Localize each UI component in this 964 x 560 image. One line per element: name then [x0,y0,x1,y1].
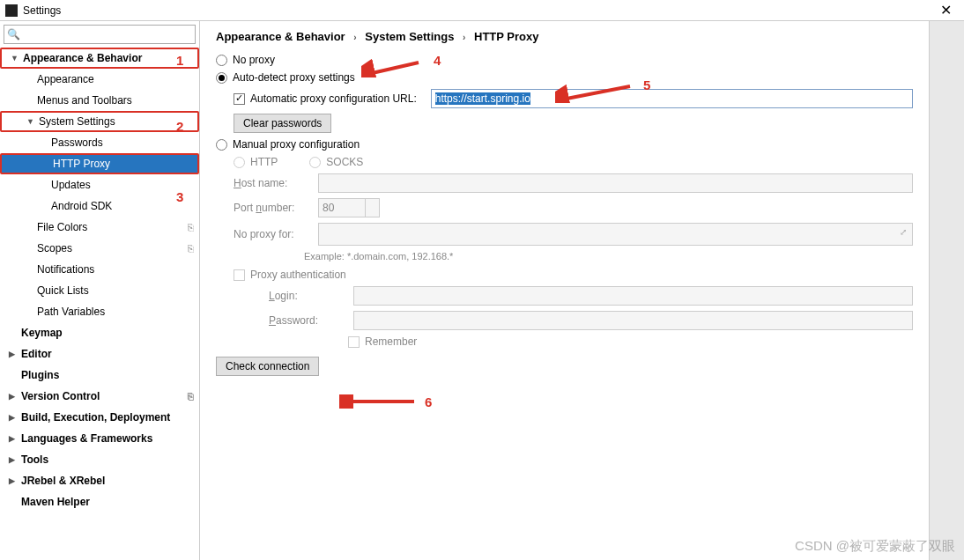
login-label: Login: [269,290,348,302]
sidebar-item-label: Android SDK [51,200,112,212]
auto-detect-label: Auto-detect proxy settings [233,71,355,84]
password-input [353,311,913,330]
breadcrumb-item: System Settings [365,30,454,43]
remember-checkbox [348,336,360,348]
sidebar-item-appearance[interactable]: Appearance [0,69,199,90]
sidebar-item-keymap[interactable]: Keymap [0,322,199,343]
sidebar-item-label: Version Control [21,390,100,402]
title-bar: Settings ✕ [0,0,964,21]
sidebar-item-label: Quick Lists [37,284,89,297]
sidebar-item-plugins[interactable]: Plugins [0,365,199,386]
no-proxy-label: No proxy [233,54,275,66]
arrow-4-icon [361,58,423,77]
sidebar-item-notifications[interactable]: Notifications [0,259,199,280]
chevron-right-icon: ▶ [9,434,18,443]
password-label: Password: [269,314,348,327]
sidebar-item-maven-helper[interactable]: Maven Helper [0,491,199,512]
sidebar-item-label: Notifications [37,263,94,276]
window-title: Settings [23,4,61,17]
chevron-right-icon: › [353,33,356,42]
arrow-5-icon [555,84,634,103]
sidebar-item-languages-frameworks[interactable]: ▶Languages & Frameworks [0,428,199,449]
sidebar-item-label: Passwords [51,136,103,149]
sidebar-item-system-settings[interactable]: ▼System Settings [0,111,199,132]
search-icon: 🔍 [7,28,20,41]
port-value: 80 [323,202,334,214]
port-label: Port number: [234,202,313,214]
breadcrumb-item: HTTP Proxy [474,30,538,43]
annotation-4: 4 [434,53,441,68]
sidebar-item-label: HTTP Proxy [53,158,110,170]
copy-icon: ⎘ [188,222,194,232]
sidebar-item-quick-lists[interactable]: Quick Lists [0,280,199,301]
manual-proxy-radio[interactable] [216,139,227,151]
http-label: HTTP [250,156,278,168]
noproxy-label: No proxy for: [234,228,313,240]
check-connection-button[interactable]: Check connection [216,357,319,376]
annotation-3: 3 [176,189,183,204]
sidebar-item-version-control[interactable]: ▶Version Control⎘ [0,386,199,407]
breadcrumb: Appearance & Behavior › System Settings … [216,30,913,43]
auto-url-input[interactable]: https://start.spring.io [431,89,913,108]
auto-detect-radio[interactable] [216,72,227,84]
sidebar-item-scopes[interactable]: Scopes⎘ [0,238,199,259]
noproxy-input: ⤢ [318,223,913,246]
auto-url-label: Automatic proxy configuration URL: [250,92,417,105]
sidebar-item-label: Appearance & Behavior [23,52,142,64]
sidebar-item-label: Plugins [21,369,59,381]
no-proxy-radio[interactable] [216,55,227,66]
sidebar-item-path-variables[interactable]: Path Variables [0,301,199,322]
sidebar-item-menus-and-toolbars[interactable]: Menus and Toolbars [0,90,199,111]
socks-radio [309,157,321,168]
sidebar-item-label: Keymap [21,327,63,339]
sidebar-item-label: JRebel & XRebel [21,475,105,487]
chevron-right-icon: ▶ [9,413,18,422]
sidebar-item-updates[interactable]: Updates [0,174,199,195]
sidebar-item-tools[interactable]: ▶Tools [0,449,199,470]
sidebar-item-build-execution-deployment[interactable]: ▶Build, Execution, Deployment [0,407,199,428]
app-logo-icon [5,4,18,17]
right-strip [929,21,964,560]
sidebar-item-label: Editor [21,348,52,360]
sidebar-item-editor[interactable]: ▶Editor [0,343,199,365]
auto-url-value: https://start.spring.io [435,92,530,105]
breadcrumb-item: Appearance & Behavior [216,30,345,43]
arrow-6-icon [339,394,419,409]
chevron-right-icon: › [463,33,465,42]
sidebar-item-label: Updates [51,179,91,191]
sidebar-item-label: Maven Helper [21,496,90,508]
sidebar-item-label: Appearance [37,73,94,85]
port-input: 80 [318,198,380,217]
sidebar-item-label: Build, Execution, Deployment [21,411,170,424]
copy-icon: ⎘ [188,391,194,402]
search-input[interactable] [4,25,196,44]
chevron-right-icon: ▶ [9,392,18,401]
svg-line-1 [368,63,419,74]
auth-checkbox [234,269,245,281]
chevron-right-icon: ▶ [9,455,18,464]
close-icon[interactable]: ✕ [933,2,959,18]
sidebar-item-label: Scopes [37,242,72,254]
search-box: 🔍 [4,25,196,44]
sidebar-item-jrebel-xrebel[interactable]: ▶JRebel & XRebel [0,470,199,491]
watermark: CSDN @被可爱蒙蔽了双眼 [795,538,955,555]
sidebar-item-file-colors[interactable]: File Colors⎘ [0,217,199,238]
chevron-right-icon: ▶ [9,350,18,358]
login-input [353,286,913,306]
sidebar-item-label: Menus and Toolbars [37,94,132,107]
sidebar-item-label: Languages & Frameworks [21,432,152,445]
sidebar-item-label: Tools [21,453,48,466]
sidebar: 🔍 ▼Appearance & BehaviorAppearanceMenus … [0,21,200,560]
host-label: Host name: [234,177,313,189]
sidebar-item-label: System Settings [39,115,115,128]
annotation-6: 6 [425,394,432,409]
sidebar-item-http-proxy[interactable]: HTTP Proxy [0,153,199,174]
sidebar-item-passwords[interactable]: Passwords [0,132,199,153]
auto-url-checkbox[interactable] [234,93,245,105]
socks-label: SOCKS [326,156,363,168]
http-radio [234,157,245,168]
sidebar-item-android-sdk[interactable]: Android SDK [0,195,199,217]
svg-line-2 [562,86,630,99]
sidebar-item-appearance-behavior[interactable]: ▼Appearance & Behavior [0,48,199,69]
clear-passwords-button[interactable]: Clear passwords [234,114,331,133]
